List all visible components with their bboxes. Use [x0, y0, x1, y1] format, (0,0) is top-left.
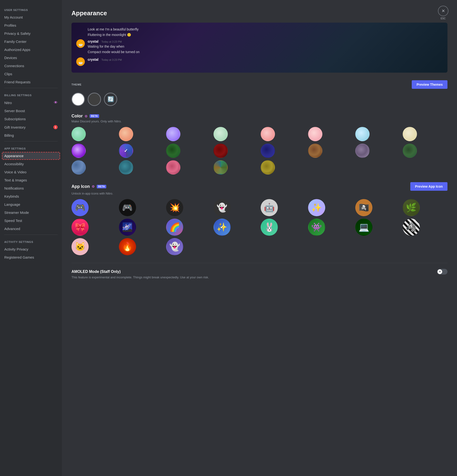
sidebar-item-privacy-safety[interactable]: Privacy & Safety	[2, 30, 60, 37]
color-swatch-0[interactable]	[71, 127, 86, 141]
amoled-toggle-knob: ✕	[438, 269, 442, 274]
sidebar-item-keybinds[interactable]: Keybinds	[2, 192, 60, 200]
color-swatch-11[interactable]	[214, 144, 228, 158]
color-swatch-19[interactable]	[214, 160, 228, 175]
theme-dark[interactable]	[88, 93, 101, 106]
amoled-title: AMOLED Mode (Staff Only)	[71, 270, 121, 274]
sidebar-item-notifications[interactable]: Notifications	[2, 184, 60, 192]
chat-timestamp-crystal2: Today at 3:23 PM	[102, 58, 122, 61]
chat-continuation-text: Look at me I'm a beautiful butterfly Flu…	[76, 27, 443, 37]
color-grid-row1	[71, 127, 448, 141]
sidebar-item-profiles[interactable]: Profiles	[2, 21, 60, 29]
sidebar-item-connections[interactable]: Connections	[2, 62, 60, 70]
color-swatch-15[interactable]	[403, 144, 417, 158]
color-swatch-8[interactable]	[71, 144, 86, 158]
sidebar-divider-1	[4, 141, 58, 141]
color-swatch-7[interactable]	[403, 127, 417, 141]
sidebar-item-label-privacy-safety: Privacy & Safety	[4, 31, 31, 35]
sidebar-item-appearance[interactable]: Appearance	[2, 152, 60, 160]
sidebar-divider-2	[4, 235, 58, 235]
sidebar-item-gift-inventory[interactable]: Gift Inventory1	[2, 123, 60, 131]
sidebar-item-label-notifications: Notifications	[4, 186, 24, 190]
amoled-toggle[interactable]: ✕	[437, 269, 448, 275]
theme-circles: 🔄	[71, 93, 448, 106]
sidebar-item-label-devices: Devices	[4, 56, 17, 60]
color-swatch-6[interactable]	[355, 127, 370, 141]
color-swatch-4[interactable]	[261, 127, 275, 141]
app-icon-kawaii[interactable]: ✨	[214, 219, 231, 236]
sidebar-item-activity-privacy[interactable]: Activity Privacy	[2, 245, 60, 253]
main-content: Appearance Look at me I'm a beautiful bu…	[62, 0, 457, 476]
sidebar-item-voice-video[interactable]: Voice & Video	[2, 168, 60, 176]
app-icon-bunny[interactable]: 🐰	[261, 219, 278, 236]
color-swatch-10[interactable]	[166, 144, 180, 158]
sidebar-item-registered-games[interactable]: Registered Games	[2, 253, 60, 261]
sidebar-item-label-speed-test: Speed Test	[4, 219, 22, 223]
app-icon-pink-stripe[interactable]: 🎀	[71, 219, 89, 236]
avatar-crystal1: 🐣	[76, 39, 85, 48]
sidebar-item-billing[interactable]: Billing	[2, 131, 60, 139]
app-icon-camo[interactable]: 🌿	[403, 199, 420, 216]
color-grid-row3	[71, 160, 448, 175]
app-icon-matrix[interactable]: 💻	[355, 219, 372, 236]
sidebar-item-family-center[interactable]: Family Center	[2, 38, 60, 45]
app-icon-galaxy[interactable]: 🌌	[119, 219, 136, 236]
color-swatch-17[interactable]	[119, 160, 133, 175]
sidebar-item-clips[interactable]: Clips	[2, 70, 60, 78]
sidebar-item-label-server-boost: Server Boost	[4, 109, 25, 113]
theme-section-header: THEME Preview Themes	[71, 80, 448, 89]
app-icon-white-robot[interactable]: 🤖	[261, 199, 278, 216]
app-icon-holographic[interactable]: ✨	[308, 199, 325, 216]
sidebar-item-devices[interactable]: Devices	[2, 54, 60, 62]
sidebar-item-label-gift-inventory: Gift Inventory	[4, 125, 26, 129]
sidebar-item-authorized-apps[interactable]: Authorized Apps	[2, 46, 60, 54]
sidebar-item-advanced[interactable]: Advanced	[2, 225, 60, 233]
sidebar-item-streamer-mode[interactable]: Streamer Mode	[2, 209, 60, 216]
preview-app-icon-button[interactable]: Preview App Icon	[410, 182, 448, 191]
color-header: Color ⚙ BETA	[71, 114, 448, 119]
nitro-icon-nitro: 👁	[54, 101, 58, 105]
app-icon-grid-row3: 🐱🔥👻	[71, 238, 448, 255]
color-swatch-3[interactable]	[214, 127, 228, 141]
color-title: Color	[71, 114, 83, 119]
close-button[interactable]: ✕	[438, 6, 448, 16]
app-icon-zebra[interactable]: 🦓	[403, 219, 420, 236]
theme-sync[interactable]: 🔄	[104, 93, 117, 106]
app-icon-monster[interactable]: 👾	[308, 219, 325, 236]
app-icon-pirate[interactable]: 🏴‍☠️	[355, 199, 372, 216]
theme-light[interactable]	[71, 93, 85, 106]
color-swatch-9[interactable]	[119, 144, 133, 158]
sidebar-item-language[interactable]: Language	[2, 201, 60, 208]
color-swatch-5[interactable]	[308, 127, 322, 141]
sidebar-item-accessibility[interactable]: Accessibility	[2, 160, 60, 168]
sidebar-item-label-activity-privacy: Activity Privacy	[4, 247, 28, 251]
color-swatch-12[interactable]	[261, 144, 275, 158]
color-swatch-20[interactable]	[261, 160, 275, 175]
color-swatch-2[interactable]	[166, 127, 180, 141]
app-icon-dark[interactable]: 🎮	[119, 199, 136, 216]
app-icon-fire[interactable]: 🔥	[119, 238, 136, 255]
amoled-section: AMOLED Mode (Staff Only) ✕ This feature …	[71, 263, 448, 279]
app-icon-rainbow[interactable]: 🌈	[166, 219, 183, 236]
color-swatch-1[interactable]	[119, 127, 133, 141]
color-swatch-16[interactable]	[71, 160, 86, 175]
sidebar-item-label-voice-video: Voice & Video	[4, 170, 26, 174]
color-swatch-14[interactable]	[355, 144, 370, 158]
sidebar-item-text-images[interactable]: Text & Images	[2, 176, 60, 184]
sidebar-item-label-accessibility: Accessibility	[4, 162, 24, 166]
app-icon-ghost[interactable]: 👻	[214, 199, 231, 216]
sidebar-item-my-account[interactable]: My Account	[2, 13, 60, 21]
sidebar-item-nitro[interactable]: Nitro👁	[2, 99, 60, 107]
sidebar-item-subscriptions[interactable]: Subscriptions	[2, 115, 60, 123]
color-swatch-18[interactable]	[166, 160, 180, 175]
sidebar-item-server-boost[interactable]: Server Boost	[2, 107, 60, 115]
color-swatch-13[interactable]	[308, 144, 322, 158]
preview-themes-button[interactable]: Preview Themes	[412, 80, 448, 89]
chat-text-butterfly: Look at me I'm a beautiful butterfly	[88, 27, 443, 32]
app-icon-default[interactable]: 🎮	[71, 199, 89, 216]
sidebar-item-speed-test[interactable]: Speed Test	[2, 217, 60, 225]
app-icon-spiky[interactable]: 💥	[166, 199, 183, 216]
app-icon-pink-cat[interactable]: 🐱	[71, 238, 89, 255]
app-icon-purple-ghost[interactable]: 👻	[166, 238, 183, 255]
sidebar-item-friend-requests[interactable]: Friend Requests	[2, 78, 60, 86]
